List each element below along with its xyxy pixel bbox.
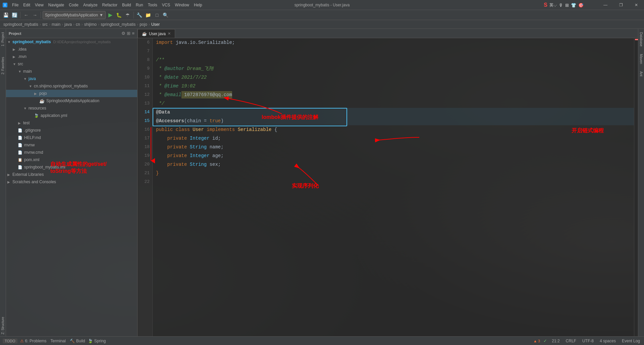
breadcrumb-item-3[interactable]: java (64, 22, 72, 27)
problems-item[interactable]: ⚠ 6: Problems (20, 339, 47, 343)
menu-code[interactable]: Code (67, 2, 80, 8)
menu-tools[interactable]: Tools (146, 2, 159, 8)
breadcrumb-item-4[interactable]: cn (76, 22, 80, 27)
tree-item-main[interactable]: ▼ main (6, 68, 137, 75)
editor-content: 6 7 8 9 10 11 12 13 14 15 16 17 18 19 20… (138, 38, 639, 336)
tree-label-gitignore: .gitignore (24, 128, 41, 133)
toolbar-separator-2 (41, 12, 41, 18)
code-content[interactable]: import java.io.Serializable; /** * @auth… (153, 38, 639, 336)
encoding[interactable]: UTF-8 (581, 339, 595, 343)
menu-view[interactable]: View (33, 2, 46, 8)
tab-user-java[interactable]: ☕ User.java ✕ (138, 29, 175, 38)
event-log[interactable]: Event Log (621, 339, 641, 343)
arrow-icon: ▶ (13, 48, 17, 51)
breadcrumb-item-1[interactable]: src (42, 22, 48, 27)
toolbar-folder[interactable]: 📁 (144, 11, 152, 19)
tab-close-icon[interactable]: ✕ (168, 31, 171, 36)
debug-button[interactable]: 🐛 (115, 11, 123, 19)
close-button[interactable]: ✕ (629, 0, 644, 10)
breadcrumb-item-current[interactable]: User (151, 22, 160, 27)
tree-item-root[interactable]: ▼ springboot_mybatis D:\IDEAproject\spri… (6, 38, 137, 46)
menu-refactor[interactable]: Refactor (100, 2, 119, 8)
tree-item-helpmd[interactable]: 📄 HELP.md (6, 134, 137, 141)
code-line-16: public class User implements Serializabl… (156, 125, 635, 134)
line-num-18: 18 (140, 143, 150, 151)
menu-navigate[interactable]: Navigate (46, 2, 66, 8)
line-num-13: 13 (140, 99, 150, 108)
menu-window[interactable]: Window (173, 2, 191, 8)
tree-item-src[interactable]: ▼ src (6, 60, 137, 68)
run-config-label: SpringbootMybatisApplication (45, 13, 98, 17)
tree-item-pojo[interactable]: ▶ pojo (6, 90, 137, 97)
callout-serial: 实现序列化 (292, 183, 319, 190)
breadcrumb-item-2[interactable]: main (52, 22, 60, 27)
run-button[interactable]: ▶ (106, 11, 114, 19)
tree-item-test[interactable]: ▶ test (6, 119, 137, 127)
ime-icon1: 🎙 (559, 3, 563, 8)
cursor-position[interactable]: 21:2 (550, 339, 561, 343)
tree-item-mvnw[interactable]: 📄 mvnw (6, 141, 137, 149)
arrow-icon: ▼ (13, 62, 17, 66)
menu-vcs[interactable]: VCS (160, 2, 172, 8)
tree-item-resources[interactable]: ▼ resources (6, 105, 137, 112)
ime-icon4: 🎯 (578, 3, 584, 8)
line-num-11: 11 (140, 82, 150, 90)
tree-item-app[interactable]: ☕ SpringbootMybatisApplication (6, 97, 137, 105)
line-ending[interactable]: CRLF (565, 339, 578, 343)
toolbar-forward[interactable]: → (31, 11, 39, 19)
tab-structure[interactable]: Z: Structure (0, 315, 5, 336)
toolbar-terminal-icon[interactable]: □ (153, 11, 161, 19)
code-line-22 (156, 178, 635, 186)
menu-file[interactable]: File (10, 2, 20, 8)
menu-edit[interactable]: Edit (21, 2, 32, 8)
tab-project[interactable]: 1: Project (0, 30, 5, 48)
toolbar-search[interactable]: 🔍 (162, 11, 170, 19)
toolbar-back[interactable]: ← (22, 11, 30, 19)
svg-text:I: I (5, 3, 6, 7)
callout-lombok: lombok插件提供的注解 (262, 114, 318, 121)
tree-item-idea[interactable]: ▶ .idea (6, 46, 137, 53)
tree-item-scratches[interactable]: ▶ Scratches and Consoles (6, 178, 137, 186)
sidebar-icon-expand[interactable]: ⊞ (127, 31, 130, 36)
sidebar-header: Project ⚙ ⊞ ≡ (6, 29, 137, 38)
code-line-18: private String name; (156, 143, 635, 151)
line-num-16: 16 (140, 125, 150, 134)
tree-item-java[interactable]: ▼ java (6, 75, 137, 82)
toolbar-save[interactable]: 💾 (2, 11, 10, 19)
sidebar-icon-cog[interactable]: ⚙ (121, 31, 125, 36)
tab-database[interactable]: Database (639, 30, 644, 49)
breadcrumb-item-6[interactable]: springboot_mybatis (101, 22, 136, 27)
run-config-dropdown[interactable]: SpringbootMybatisApplication ▼ (43, 11, 106, 19)
line-num-14: 14 (140, 108, 150, 117)
menu-analyze[interactable]: Analyze (81, 2, 100, 8)
tree-item-gitignore[interactable]: 📄 .gitignore (6, 127, 137, 134)
maximize-button[interactable]: ❐ (613, 0, 629, 10)
breadcrumb-item-0[interactable]: springboot_mybatis (3, 22, 38, 27)
breadcrumb-item-5[interactable]: shijimo (84, 22, 97, 27)
tab-maven[interactable]: Maven (639, 52, 644, 66)
ime-icon3: 👕 (571, 3, 576, 8)
terminal-button[interactable]: Terminal (49, 339, 67, 343)
tree-item-mvn[interactable]: ▶ .mvn (6, 53, 137, 60)
build-item[interactable]: 🔨 Build (70, 339, 85, 343)
coverage-button[interactable]: ☂ (124, 11, 132, 19)
editor-tab-bar: ☕ User.java ✕ (138, 29, 644, 38)
todo-button[interactable]: TODO (3, 339, 17, 343)
tab-ant[interactable]: Ant (639, 69, 644, 78)
tab-favorites[interactable]: 2: Favorites (0, 55, 5, 76)
tree-item-yml[interactable]: 🍃 application.yml (6, 112, 137, 119)
minimize-button[interactable]: — (598, 0, 613, 10)
spring-icon: 🍃 (88, 339, 93, 343)
spring-item[interactable]: 🍃 Spring (88, 339, 106, 343)
menu-help[interactable]: Help (192, 2, 204, 8)
indentation[interactable]: 4 spaces (598, 339, 617, 343)
sdk-settings[interactable]: 🔧 (136, 11, 144, 19)
toolbar-sync[interactable]: 🔄 (10, 11, 18, 19)
tree-item-package[interactable]: ▼ cn.shijimo.springboot_mybatis (6, 82, 137, 90)
breadcrumb-item-7[interactable]: pojo (140, 22, 147, 27)
menu-run[interactable]: Run (134, 2, 145, 8)
code-editor[interactable]: 6 7 8 9 10 11 12 13 14 15 16 17 18 19 20… (138, 38, 639, 336)
sidebar-icon-gear[interactable]: ≡ (132, 31, 135, 36)
menu-build[interactable]: Build (120, 2, 133, 8)
tree-item-mvnwcmd[interactable]: 📄 mvnw.cmd (6, 149, 137, 156)
